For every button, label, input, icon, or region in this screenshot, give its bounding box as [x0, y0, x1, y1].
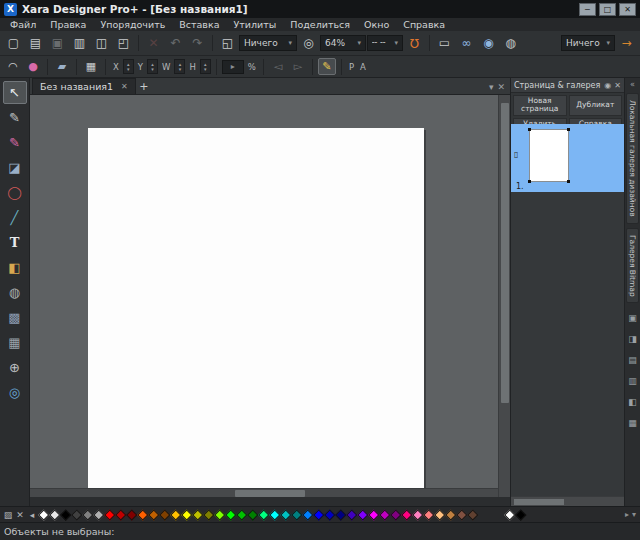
- shadow-tool[interactable]: ▩: [3, 306, 27, 329]
- color-swatch[interactable]: [515, 508, 526, 522]
- pen-pressure-icon[interactable]: ✎: [318, 58, 336, 75]
- apply-arrow-icon[interactable]: →: [616, 33, 637, 53]
- menu-item[interactable]: Упорядочить: [93, 18, 172, 31]
- color-swatch[interactable]: [401, 508, 412, 522]
- selected-page-item[interactable]: ▯ 1.: [511, 124, 624, 192]
- horizontal-scrollbar[interactable]: [30, 488, 498, 497]
- vertical-scrollbar[interactable]: [498, 95, 510, 497]
- menu-item[interactable]: Вставка: [172, 18, 226, 31]
- delete-icon[interactable]: ✕: [143, 33, 164, 53]
- color-swatch[interactable]: [192, 508, 203, 522]
- horizontal-scrollbar-thumb[interactable]: [235, 490, 305, 497]
- color-swatch[interactable]: [181, 508, 192, 522]
- palette-scroll-right-icon[interactable]: ▸: [625, 510, 629, 519]
- tab-list-icon[interactable]: ▾: [489, 82, 494, 92]
- eraser-mode-icon[interactable]: ▰: [53, 58, 71, 75]
- color-swatch[interactable]: [379, 508, 390, 522]
- collapse-panel-icon[interactable]: «: [630, 80, 635, 89]
- color-swatch[interactable]: [137, 508, 148, 522]
- new-document-icon[interactable]: ▢: [3, 33, 24, 53]
- x-stepper[interactable]: ▴▾: [123, 59, 134, 74]
- share-icon[interactable]: ◉: [478, 33, 499, 53]
- color-swatch[interactable]: [71, 508, 82, 522]
- panel-scrollbar-thumb[interactable]: [514, 499, 564, 505]
- palette-menu-icon[interactable]: ▾: [632, 510, 636, 519]
- h-stepper[interactable]: ▴▾: [200, 59, 211, 74]
- document-tab[interactable]: Без названия1 ✕: [32, 78, 136, 94]
- freehand-tool[interactable]: ✎: [3, 131, 27, 154]
- zoom-level-combo[interactable]: 64%▾: [320, 35, 366, 51]
- zoom-tool[interactable]: ◎: [3, 381, 27, 404]
- print-icon[interactable]: ▥: [69, 33, 90, 53]
- flip-vertical-icon[interactable]: ▻: [289, 58, 307, 75]
- color-swatch[interactable]: [291, 508, 302, 522]
- redo-icon[interactable]: ↷: [187, 33, 208, 53]
- y-stepper[interactable]: ▴▾: [147, 59, 158, 74]
- freehand-curve-icon[interactable]: ◠: [4, 58, 22, 75]
- ellipse-tool[interactable]: ◯: [3, 181, 27, 204]
- color-swatch[interactable]: [60, 508, 71, 522]
- clipart-gallery-icon[interactable]: ◱: [217, 33, 238, 53]
- color-swatch[interactable]: [390, 508, 401, 522]
- color-swatch[interactable]: [423, 508, 434, 522]
- line-tool[interactable]: ╱: [3, 206, 27, 229]
- color-swatch[interactable]: [324, 508, 335, 522]
- color-swatch[interactable]: [225, 508, 236, 522]
- panel-scrollbar[interactable]: [511, 496, 624, 506]
- palette-scroll-left-icon[interactable]: ◂: [26, 508, 38, 522]
- tab-close-icon[interactable]: ✕: [121, 82, 128, 91]
- tab-designs-gallery[interactable]: Локальная галерея дизайнов: [626, 93, 639, 224]
- color-swatch[interactable]: [467, 508, 478, 522]
- color-swatch[interactable]: [170, 508, 181, 522]
- color-swatch[interactable]: [236, 508, 247, 522]
- transparency-tool[interactable]: ◍: [3, 281, 27, 304]
- flip-horizontal-icon[interactable]: ◅: [269, 58, 287, 75]
- close-button[interactable]: ✕: [619, 3, 636, 16]
- name-dropdown[interactable]: Ничего▾: [561, 35, 615, 51]
- bevel-tool[interactable]: ▦: [3, 331, 27, 354]
- push-tool[interactable]: ⊕: [3, 356, 27, 379]
- w-stepper[interactable]: ▴▾: [174, 59, 185, 74]
- color-swatch[interactable]: [269, 508, 280, 522]
- open-icon[interactable]: ▤: [25, 33, 46, 53]
- angle-field[interactable]: ▸: [222, 60, 244, 74]
- color-swatch[interactable]: [445, 508, 456, 522]
- menu-item[interactable]: Правка: [43, 18, 93, 31]
- color-swatch[interactable]: [104, 508, 115, 522]
- color-swatch[interactable]: [38, 508, 49, 522]
- page-thumbnail[interactable]: [529, 129, 569, 182]
- line-gallery-icon[interactable]: ▤: [627, 354, 639, 366]
- menu-item[interactable]: Утилиты: [227, 18, 284, 31]
- eraser-tool[interactable]: ◪: [3, 156, 27, 179]
- menu-item[interactable]: Поделиться: [283, 18, 357, 31]
- color-gallery-icon[interactable]: ◧: [627, 396, 639, 408]
- grid-snap-icon[interactable]: ▦: [82, 58, 100, 75]
- color-swatch[interactable]: [313, 508, 324, 522]
- new-page-button[interactable]: Новая страница: [513, 95, 567, 116]
- font-gallery-icon[interactable]: ▥: [627, 375, 639, 387]
- menu-item[interactable]: Окно: [357, 18, 396, 31]
- zoom-magnifier-icon[interactable]: ◎: [298, 33, 319, 53]
- no-color-icon[interactable]: ✕: [14, 508, 26, 522]
- color-swatch[interactable]: [368, 508, 379, 522]
- color-swatch[interactable]: [148, 508, 159, 522]
- color-swatch[interactable]: [214, 508, 225, 522]
- paste-icon[interactable]: ◰: [113, 33, 134, 53]
- color-swatch[interactable]: [126, 508, 137, 522]
- pin-icon[interactable]: ◉: [604, 81, 611, 90]
- link-icon[interactable]: ∞: [456, 33, 477, 53]
- copy-icon[interactable]: ◫: [91, 33, 112, 53]
- menu-item[interactable]: Справка: [396, 18, 452, 31]
- publish-icon[interactable]: ◍: [500, 33, 521, 53]
- save-icon[interactable]: ▣: [47, 33, 68, 53]
- color-swatch[interactable]: [504, 508, 515, 522]
- color-swatch[interactable]: [93, 508, 104, 522]
- panel-close-icon[interactable]: ✕: [614, 81, 621, 90]
- line-style-combo[interactable]: ╌ ╌▾: [367, 35, 403, 51]
- color-swatch[interactable]: [203, 508, 214, 522]
- shape-editor-tool[interactable]: ✎: [3, 106, 27, 129]
- canvas-background[interactable]: [30, 95, 498, 497]
- minimize-button[interactable]: ─: [579, 3, 596, 16]
- color-swatch[interactable]: [456, 508, 467, 522]
- color-swatch[interactable]: [335, 508, 346, 522]
